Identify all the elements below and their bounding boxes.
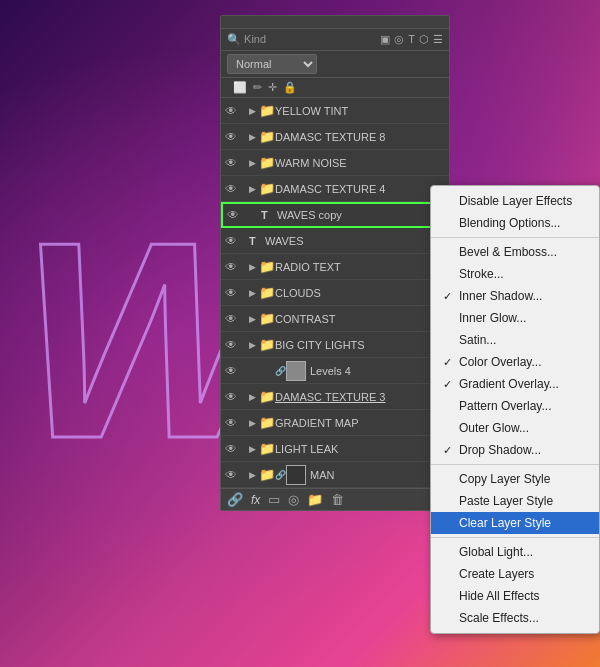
menu-item-scale-effects[interactable]: Scale Effects... — [431, 607, 599, 629]
blend-row: Normal Multiply Screen — [221, 51, 449, 78]
menu-item-inner-glow[interactable]: Inner Glow... — [431, 307, 599, 329]
eye-icon[interactable]: 👁 — [227, 208, 241, 222]
lock-transparent-icon[interactable]: ⬜ — [233, 81, 247, 94]
layer-item[interactable]: 👁▶📁CONTRAST — [221, 306, 449, 332]
menu-item-label: Hide All Effects — [459, 589, 587, 603]
expand-icon[interactable]: ▶ — [249, 418, 259, 428]
layer-type-icon: 📁 — [259, 285, 275, 300]
layer-item[interactable]: 👁▶📁YELLOW TINT — [221, 98, 449, 124]
menu-item-bevel-emboss[interactable]: Bevel & Emboss... — [431, 241, 599, 263]
lock-all-icon[interactable]: 🔒 — [283, 81, 297, 94]
menu-item-label: Bevel & Emboss... — [459, 245, 587, 259]
expand-icon[interactable]: ▶ — [249, 106, 259, 116]
eye-icon[interactable]: 👁 — [225, 260, 239, 274]
menu-item-clear-layer-style[interactable]: Clear Layer Style — [431, 512, 599, 534]
menu-item-disable-effects[interactable]: Disable Layer Effects — [431, 190, 599, 212]
menu-item-label: Inner Shadow... — [459, 289, 587, 303]
delete-layer-icon[interactable]: 🗑 — [331, 492, 344, 507]
fx-icon[interactable]: fx — [251, 493, 260, 507]
layer-name: BIG CITY LIGHTS — [275, 339, 445, 351]
filter-adjust-icon[interactable]: ◎ — [394, 33, 404, 46]
eye-icon[interactable]: 👁 — [225, 182, 239, 196]
filter-pixel-icon[interactable]: ▣ — [380, 33, 390, 46]
expand-icon[interactable]: ▶ — [249, 340, 259, 350]
menu-item-hide-all-effects[interactable]: Hide All Effects — [431, 585, 599, 607]
layer-item[interactable]: 👁▶📁DAMASC TEXTURE 4 — [221, 176, 449, 202]
layer-name: DAMASC TEXTURE 4 — [275, 183, 445, 195]
eye-icon[interactable]: 👁 — [225, 338, 239, 352]
layer-item[interactable]: 👁▶📁DAMASC TEXTURE 8 — [221, 124, 449, 150]
layer-item[interactable]: 👁▶📁🔗MAN — [221, 462, 449, 488]
menu-item-drop-shadow[interactable]: ✓Drop Shadow... — [431, 439, 599, 461]
layer-item[interactable]: 👁TWAVES copy — [221, 202, 449, 228]
new-group-icon[interactable]: 📁 — [307, 492, 323, 507]
menu-item-color-overlay[interactable]: ✓Color Overlay... — [431, 351, 599, 373]
expand-icon[interactable]: ▶ — [249, 132, 259, 142]
eye-icon[interactable]: 👁 — [225, 390, 239, 404]
menu-item-stroke[interactable]: Stroke... — [431, 263, 599, 285]
layer-name: DAMASC TEXTURE 3 — [275, 391, 445, 403]
link-layers-icon[interactable]: 🔗 — [227, 492, 243, 507]
expand-icon[interactable]: ▶ — [249, 288, 259, 298]
menu-item-label: Color Overlay... — [459, 355, 587, 369]
eye-icon[interactable]: 👁 — [225, 416, 239, 430]
menu-item-paste-layer-style[interactable]: Paste Layer Style — [431, 490, 599, 512]
expand-icon[interactable]: ▶ — [249, 392, 259, 402]
lock-image-icon[interactable]: ✏ — [253, 81, 262, 94]
layer-item[interactable]: 👁▶📁DAMASC TEXTURE 3 — [221, 384, 449, 410]
eye-icon[interactable]: 👁 — [225, 234, 239, 248]
eye-icon[interactable]: 👁 — [225, 104, 239, 118]
expand-icon[interactable]: ▶ — [249, 158, 259, 168]
menu-item-copy-layer-style[interactable]: Copy Layer Style — [431, 468, 599, 490]
menu-item-label: Inner Glow... — [459, 311, 587, 325]
layer-type-icon: 📁 — [259, 415, 275, 430]
expand-icon[interactable]: ▶ — [249, 444, 259, 454]
expand-icon[interactable]: ▶ — [249, 184, 259, 194]
lock-position-icon[interactable]: ✛ — [268, 81, 277, 94]
eye-icon[interactable]: 👁 — [225, 130, 239, 144]
menu-item-outer-glow[interactable]: Outer Glow... — [431, 417, 599, 439]
adjustment-icon[interactable]: ◎ — [288, 492, 299, 507]
eye-icon[interactable]: 👁 — [225, 442, 239, 456]
layer-item[interactable]: 👁▶📁CLOUDS — [221, 280, 449, 306]
eye-icon[interactable]: 👁 — [225, 286, 239, 300]
eye-icon[interactable]: 👁 — [225, 156, 239, 170]
layer-mask-thumbnail — [286, 361, 306, 381]
layer-item[interactable]: 👁▶📁BIG CITY LIGHTS — [221, 332, 449, 358]
filter-smart-icon[interactable]: ☰ — [433, 33, 443, 46]
filter-shape-icon[interactable]: ⬡ — [419, 33, 429, 46]
layer-item[interactable]: 👁▶📁WARM NOISE — [221, 150, 449, 176]
layer-name: DAMASC TEXTURE 8 — [275, 131, 445, 143]
menu-item-inner-shadow[interactable]: ✓Inner Shadow... — [431, 285, 599, 307]
menu-separator — [431, 237, 599, 238]
menu-item-label: Create Layers — [459, 567, 587, 581]
layer-type-icon: 📁 — [259, 129, 275, 144]
filter-kind-label: 🔍 Kind — [227, 33, 266, 46]
menu-item-pattern-overlay[interactable]: Pattern Overlay... — [431, 395, 599, 417]
eye-icon[interactable]: 👁 — [225, 364, 239, 378]
layer-item[interactable]: 👁TWAVES — [221, 228, 449, 254]
expand-icon[interactable]: ▶ — [249, 470, 259, 480]
layer-item[interactable]: 👁▶📁RADIO TEXT — [221, 254, 449, 280]
menu-item-create-layers[interactable]: Create Layers — [431, 563, 599, 585]
blend-mode-dropdown[interactable]: Normal Multiply Screen — [227, 54, 317, 74]
menu-item-label: Scale Effects... — [459, 611, 587, 625]
menu-item-satin[interactable]: Satin... — [431, 329, 599, 351]
eye-icon[interactable]: 👁 — [225, 312, 239, 326]
layer-item[interactable]: 👁🔗Levels 4 — [221, 358, 449, 384]
layer-type-icon: 📁 — [259, 311, 275, 326]
menu-item-gradient-overlay[interactable]: ✓Gradient Overlay... — [431, 373, 599, 395]
menu-item-label: Satin... — [459, 333, 587, 347]
expand-icon[interactable]: ▶ — [249, 314, 259, 324]
filter-type-icon[interactable]: T — [408, 33, 415, 46]
layer-item[interactable]: 👁▶📁LIGHT LEAK — [221, 436, 449, 462]
menu-item-label: Drop Shadow... — [459, 443, 587, 457]
layer-type-icon: 📁 — [259, 441, 275, 456]
menu-item-blending-options[interactable]: Blending Options... — [431, 212, 599, 234]
add-mask-icon[interactable]: ▭ — [268, 492, 280, 507]
layer-name: WARM NOISE — [275, 157, 445, 169]
eye-icon[interactable]: 👁 — [225, 468, 239, 482]
menu-item-global-light[interactable]: Global Light... — [431, 541, 599, 563]
expand-icon[interactable]: ▶ — [249, 262, 259, 272]
layer-item[interactable]: 👁▶📁GRADIENT MAP — [221, 410, 449, 436]
